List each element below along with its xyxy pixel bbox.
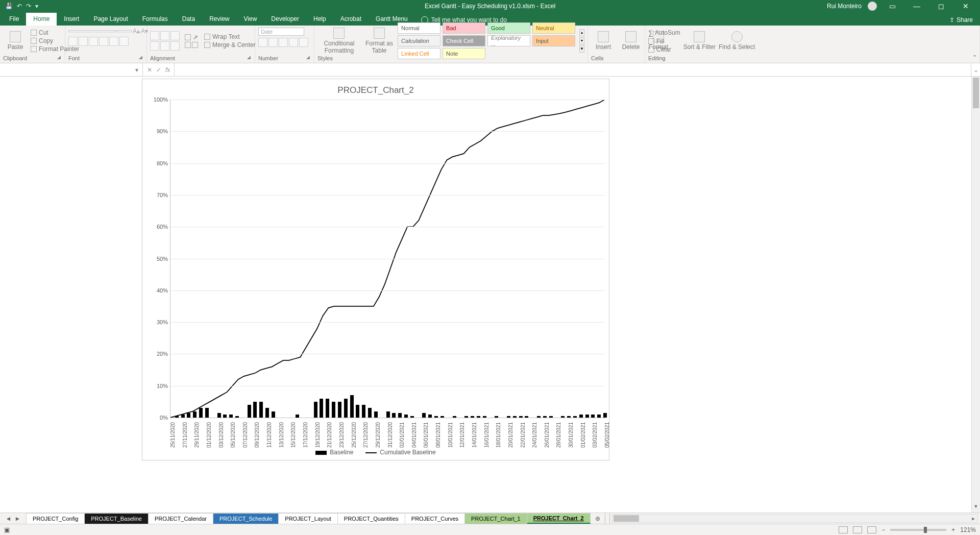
sheet-tab-project_calendar[interactable]: PROJECT_Calendar [149,513,213,524]
scroll-down-icon[interactable]: ▼ [972,504,980,513]
fx-icon[interactable]: fx [165,66,170,74]
share-button[interactable]: ⇪ Share [949,16,973,26]
align-top[interactable] [150,31,159,40]
insert-button[interactable]: Insert [591,31,616,51]
zoom-knob[interactable] [924,527,927,533]
minimize-icon[interactable]: — [908,2,926,10]
cancel-formula-icon[interactable]: ✕ [147,66,152,74]
user-name[interactable]: Rui Monteiro [827,3,862,10]
dec-decimal-button[interactable] [299,38,308,47]
undo-icon[interactable]: ↶ [17,3,22,10]
save-icon[interactable]: 💾 [5,3,13,10]
sheet-tab-project_curves[interactable]: PROJECT_Curves [405,513,465,524]
name-box-input[interactable] [2,66,133,74]
sheet-tab-project_chart_1[interactable]: PROJECT_Chart_1 [465,513,527,524]
style-bad[interactable]: Bad [443,22,485,34]
scroll-right-icon[interactable]: ► [969,515,977,522]
zoom-in-button[interactable]: + [951,526,955,533]
accounting-button[interactable] [258,38,267,47]
menu-tab-review[interactable]: Review [202,13,236,26]
underline-button[interactable] [89,37,98,46]
comma-button[interactable] [279,38,288,47]
new-sheet-button[interactable]: ⊕ [591,513,605,524]
menu-tab-view[interactable]: View [237,13,264,26]
zoom-slider[interactable] [890,529,946,531]
style-calculation[interactable]: Calculation [398,35,440,46]
menu-tab-developer[interactable]: Developer [264,13,306,26]
enter-formula-icon[interactable]: ✓ [156,66,161,74]
page-break-view-button[interactable] [867,526,876,533]
normal-view-button[interactable] [839,526,848,533]
ribbon-display-icon[interactable]: ▭ [883,2,901,10]
redo-icon[interactable]: ↷ [26,3,31,10]
menu-tab-file[interactable]: File [2,13,26,26]
chart-title[interactable]: PROJECT_Chart_2 [146,84,605,100]
merge-center-button[interactable]: Merge & Center [204,41,256,48]
indent-icon[interactable] [192,42,198,48]
h-scroll-thumb[interactable] [614,515,639,522]
grow-font-icon[interactable]: A▴ [133,28,140,35]
sheet-tab-project_chart_2[interactable]: PROJECT_Chart_2 [527,513,591,524]
zoom-out-button[interactable]: − [881,526,885,533]
close-icon[interactable]: ✕ [957,2,975,10]
clear-button[interactable]: Clear [648,46,680,53]
style-normal[interactable]: Normal [398,22,440,34]
scroll-thumb[interactable] [973,78,979,108]
style-good[interactable]: Good [487,22,530,34]
font-color-button[interactable] [119,37,129,46]
number-format-combo[interactable]: Date [258,28,304,36]
gallery-up-icon[interactable]: ▴ [579,29,584,36]
tab-prev-icon[interactable]: ◄ [6,515,12,522]
paste-button[interactable]: Paste [3,31,28,51]
wrap-text-button[interactable]: Wrap Text [204,33,256,40]
percent-button[interactable] [268,38,278,47]
menu-tab-insert[interactable]: Insert [57,13,86,26]
chart-legend[interactable]: Baseline Cumulative Baseline [146,448,605,458]
chart-object[interactable]: PROJECT_Chart_2 0%10%20%30%40%50%60%70%8… [142,79,609,460]
italic-button[interactable] [79,37,88,46]
sort-filter-button[interactable]: Sort & Filter [683,31,716,51]
align-left[interactable] [150,41,159,51]
menu-tab-home[interactable]: Home [26,13,57,26]
sheet-tab-project_schedule[interactable]: PROJECT_Schedule [213,513,279,524]
sheet-tab-project_config[interactable]: PROJECT_Config [27,513,85,524]
bold-button[interactable] [68,37,78,46]
align-bot[interactable] [170,31,180,40]
gallery-more-icon[interactable]: ▼ [579,45,584,53]
dialog-launcher-icon[interactable]: ◢ [139,55,142,60]
border-button[interactable] [99,37,108,46]
style-input[interactable]: Input [532,35,575,46]
fill-color-button[interactable] [109,37,118,46]
fill-button[interactable]: Fill [648,38,680,45]
dialog-launcher-icon[interactable]: ◢ [306,55,310,60]
menu-tab-formulas[interactable]: Formulas [135,13,175,26]
user-avatar-icon[interactable] [868,2,877,11]
dialog-launcher-icon[interactable]: ◢ [247,55,251,60]
page-layout-view-button[interactable] [853,526,862,533]
qat-customize-icon[interactable]: ▾ [35,3,38,10]
font-size-combo[interactable] [116,30,132,32]
name-box[interactable]: ▾ [0,63,143,76]
worksheet-area[interactable]: PROJECT_Chart_2 0%10%20%30%40%50%60%70%8… [0,77,980,513]
conditional-formatting-button[interactable]: Conditional Formatting [317,28,361,54]
align-center[interactable] [160,41,169,51]
autosum-button[interactable]: ∑AutoSum [648,29,680,37]
tab-splitter[interactable] [605,513,610,524]
menu-tab-acrobat[interactable]: Acrobat [333,13,369,26]
formula-input[interactable] [178,63,968,70]
expand-formula-bar-icon[interactable]: ⌄ [971,63,980,76]
sheet-tab-project_baseline[interactable]: PROJECT_Baseline [85,513,149,524]
format-as-table-button[interactable]: Format as Table [364,28,395,54]
legend-item-cumulative[interactable]: Cumulative Baseline [365,449,435,456]
menu-tab-data[interactable]: Data [175,13,202,26]
name-dropdown-icon[interactable]: ▾ [133,66,140,74]
orientation-button[interactable]: ⇗ [185,34,198,41]
align-mid[interactable] [160,31,169,40]
sheet-tab-project_layout[interactable]: PROJECT_Layout [279,513,337,524]
style-check-cell[interactable]: Check Cell [443,35,485,46]
maximize-icon[interactable]: ◻ [932,2,950,10]
inc-decimal-button[interactable] [289,38,298,47]
font-name-combo[interactable] [68,30,115,32]
menu-tab-help[interactable]: Help [306,13,333,26]
menu-tab-page-layout[interactable]: Page Layout [86,13,135,26]
